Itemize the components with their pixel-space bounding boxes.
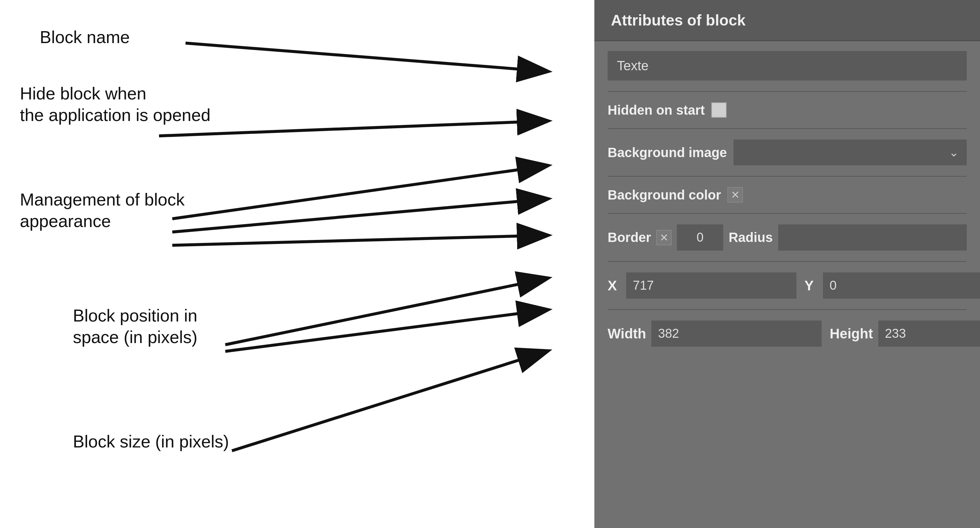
chevron-down-icon: ⌄ xyxy=(949,145,959,160)
divider-1 xyxy=(608,91,967,92)
panel-title: Attributes of block xyxy=(611,11,745,29)
height-value-input[interactable] xyxy=(878,321,980,347)
width-label: Width xyxy=(608,326,646,342)
width-value-input[interactable] xyxy=(651,321,822,347)
divider-2 xyxy=(608,128,967,129)
background-color-row: Background color ✕ xyxy=(608,187,967,203)
width-group: Width xyxy=(608,321,822,347)
annotation-block-size: Block size (in pixels) xyxy=(73,431,229,452)
y-value-input[interactable] xyxy=(823,273,980,298)
divider-3 xyxy=(608,176,967,177)
background-image-dropdown[interactable]: ⌄ xyxy=(733,140,967,165)
attributes-panel: Attributes of block Hidden on start Back… xyxy=(594,0,980,528)
hidden-on-start-label: Hidden on start xyxy=(608,103,705,118)
divider-4 xyxy=(608,213,967,214)
border-label: Border xyxy=(608,230,651,245)
panel-header: Attributes of block xyxy=(594,0,980,41)
annotation-block-name: Block name xyxy=(40,27,130,48)
border-row: Border ✕ Radius xyxy=(608,224,967,250)
size-row: Width Height xyxy=(608,321,967,347)
radius-label: Radius xyxy=(729,230,773,245)
x-value-input[interactable] xyxy=(626,273,797,298)
divider-5 xyxy=(608,261,967,262)
panel-body: Hidden on start Background image ⌄ Backg… xyxy=(594,41,980,357)
hidden-on-start-row: Hidden on start xyxy=(608,102,967,118)
x-label: X xyxy=(608,278,621,294)
background-color-clear-button[interactable]: ✕ xyxy=(727,187,743,203)
annotation-management: Management of block appearance xyxy=(20,189,185,232)
background-color-label: Background color xyxy=(608,188,721,203)
annotation-panel: Block name Hide block when the applicati… xyxy=(0,0,594,528)
background-image-row: Background image ⌄ xyxy=(608,140,967,165)
hidden-on-start-checkbox[interactable] xyxy=(711,102,727,118)
height-group: Height xyxy=(830,321,980,347)
annotation-hide-block: Hide block when the application is opene… xyxy=(20,83,210,126)
x-group: X xyxy=(608,273,797,298)
height-label: Height xyxy=(830,326,873,342)
border-clear-button[interactable]: ✕ xyxy=(656,230,671,245)
divider-6 xyxy=(608,309,967,310)
background-image-label: Background image xyxy=(608,145,727,160)
y-group: Y xyxy=(804,273,980,298)
radius-value-input[interactable] xyxy=(778,224,967,250)
y-label: Y xyxy=(804,278,818,294)
position-row: X Y xyxy=(608,273,967,298)
border-value-input[interactable] xyxy=(677,224,723,250)
block-name-input[interactable] xyxy=(608,51,967,81)
annotation-block-position: Block position in space (in pixels) xyxy=(73,305,197,348)
